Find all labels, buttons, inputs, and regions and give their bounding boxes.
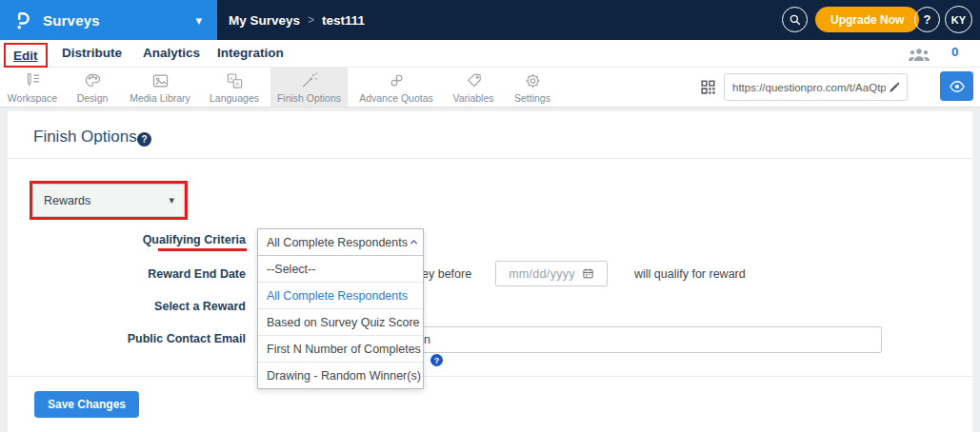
search-button[interactable]	[782, 7, 808, 32]
edit-tab-highlight-box: Edit	[4, 43, 48, 68]
toolbar-item-label: Media Library	[130, 92, 190, 104]
image-icon	[150, 71, 170, 90]
breadcrumb-parent[interactable]: My Surveys	[229, 13, 300, 28]
tab-integration[interactable]: Integration	[217, 46, 284, 60]
product-label: Surveys	[43, 12, 100, 29]
qualifying-criteria-label: Qualifying Criteria	[122, 232, 246, 247]
qualifying-criteria-dropdown: All Complete Respondents --Select-- All …	[257, 228, 424, 389]
chevron-up-icon	[408, 236, 420, 248]
dropdown-option-first-n-number-of-completes[interactable]: First N Number of Completes	[258, 335, 423, 362]
tag-icon	[464, 71, 484, 90]
dropdown-option-based-on-survey-quiz-score[interactable]: Based on Survey Quiz Score	[258, 308, 423, 335]
avatar[interactable]: KY	[945, 6, 972, 33]
svg-text:A: A	[235, 81, 239, 87]
toolbar-item-label: Advance Quotas	[359, 92, 433, 104]
pen-list-icon	[23, 71, 43, 90]
qualifying-criteria-selected-value: All Complete Respondents	[267, 236, 408, 249]
upgrade-now-button[interactable]: Upgrade Now	[815, 7, 919, 32]
dropdown-option-drawing-random-winners[interactable]: Drawing - Random Winner(s)	[258, 362, 423, 388]
breadcrumb-current: test111	[322, 13, 365, 28]
gear-icon	[523, 71, 543, 90]
magic-wand-icon	[299, 71, 319, 90]
qualifying-criteria-red-underline	[158, 248, 247, 251]
reward-end-date-label: Reward End Date	[122, 266, 246, 282]
survey-toolbar: Workspace Design Media Library	[0, 68, 980, 108]
footer-divider	[8, 376, 972, 377]
chain-links-icon	[387, 71, 407, 90]
save-changes-button[interactable]: Save Changes	[34, 391, 139, 418]
eye-icon	[949, 80, 966, 93]
toolbar-item-label: Languages	[210, 92, 259, 104]
title-divider	[8, 158, 972, 159]
questionpro-logo-icon	[12, 10, 34, 31]
toolbar-item-languages[interactable]: x A Languages	[194, 68, 274, 107]
breadcrumb: My Surveys > test111	[229, 0, 365, 40]
pencil-icon[interactable]	[888, 81, 901, 94]
survey-nav-tabs: Edit Distribute Analytics Integration 0	[0, 40, 980, 68]
product-switcher[interactable]: Surveys ▾	[0, 0, 217, 40]
search-icon	[789, 13, 802, 27]
dropdown-option-select[interactable]: --Select--	[258, 256, 423, 282]
reward-end-date-prefix-text: ey before	[422, 267, 471, 281]
toolbar-item-advance-quotas[interactable]: Advance Quotas	[356, 68, 436, 107]
select-a-reward-label: Select a Reward	[122, 299, 246, 314]
questionpro-app: Surveys ▾ My Surveys > test111 Upgrade N…	[0, 0, 980, 432]
reward-end-date-input[interactable]: mm/dd/yyyy	[495, 261, 608, 286]
reward-end-date-suffix-text: will qualify for reward	[634, 267, 746, 281]
page-help-icon[interactable]: ?	[137, 132, 151, 147]
rewards-select-value: Rewards	[44, 194, 90, 207]
qualifying-criteria-select[interactable]: All Complete Respondents	[258, 229, 423, 256]
rewards-highlight-box: Rewards ▾	[30, 181, 188, 220]
tab-edit[interactable]: Edit	[13, 49, 38, 63]
help-button[interactable]: ?	[914, 7, 940, 32]
toolbar-item-settings[interactable]: Settings	[492, 68, 572, 107]
toolbar-item-finish-options[interactable]: Finish Options	[270, 68, 348, 107]
qr-code-icon[interactable]	[699, 78, 717, 96]
translate-icon: x A	[225, 71, 245, 90]
collaborators-count[interactable]: 0	[951, 45, 959, 59]
public-contact-email-label: Public Contact Email	[122, 331, 246, 346]
toolbar-item-label: Variables	[453, 92, 494, 104]
tab-analytics[interactable]: Analytics	[143, 46, 200, 60]
svg-text:x: x	[230, 75, 232, 81]
toolbar-item-label: Workspace	[8, 92, 57, 104]
collaborators-icon[interactable]	[908, 48, 930, 62]
dropdown-option-all-complete-respondents[interactable]: All Complete Respondents	[258, 282, 423, 308]
breadcrumb-separator: >	[308, 13, 314, 27]
date-placeholder: mm/dd/yyyy	[509, 267, 575, 281]
palette-icon	[83, 71, 103, 90]
calendar-icon[interactable]	[582, 267, 594, 280]
survey-url-input[interactable]: https://questionpro.com/t/AaQtpZ7s	[724, 73, 908, 101]
toolbar-item-label: Finish Options	[277, 92, 341, 104]
toolbar-item-label: Settings	[514, 92, 550, 104]
toolbar-item-label: Design	[77, 92, 109, 104]
preview-survey-button[interactable]	[940, 71, 973, 101]
email-value-fragment: n	[424, 333, 430, 346]
app-header: Surveys ▾ My Surveys > test111 Upgrade N…	[0, 0, 980, 40]
page-title: Finish Options	[33, 128, 137, 147]
content-area: Finish Options ? Rewards ▾ Qualifying Cr…	[0, 108, 980, 432]
chevron-down-icon: ▾	[195, 13, 202, 28]
email-help-icon[interactable]: ?	[430, 354, 443, 366]
rewards-section-select[interactable]: Rewards ▾	[32, 184, 185, 217]
caret-down-icon: ▾	[169, 194, 174, 206]
toolbar-item-media-library[interactable]: Media Library	[120, 68, 200, 107]
survey-url-text: https://questionpro.com/t/AaQtpZ7s	[732, 82, 886, 93]
tab-distribute[interactable]: Distribute	[62, 46, 122, 60]
